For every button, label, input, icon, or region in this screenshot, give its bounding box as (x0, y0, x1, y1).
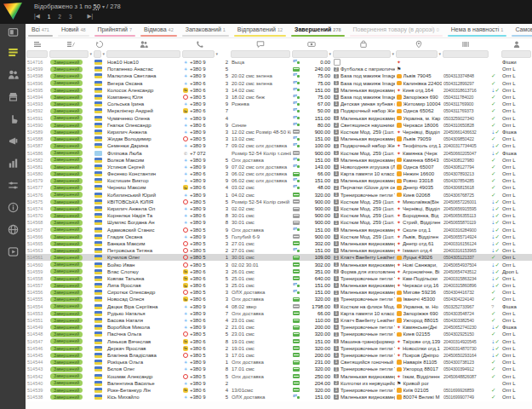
customer-phone[interactable]: +380 5 (181, 353, 219, 358)
customer-name[interactable]: Філіпова Люба (106, 151, 181, 156)
customer-phone[interactable]: ✳+380 9 (181, 101, 219, 107)
delivery-city[interactable]: ✦Днепр отд.61 (395, 241, 442, 246)
order-product[interactable]: 2Светящиеся наушники Glow *10 (332, 123, 395, 128)
delivery-city[interactable]: Наварія 81105 (395, 360, 442, 365)
order-row[interactable]: 514563ЗавершенийПетровська Тетяна+380 52… (26, 247, 532, 254)
filter-caret-icon[interactable]: ▾ (438, 51, 441, 57)
customer-name[interactable]: Благінна Владіслава (106, 353, 181, 358)
customer-phone[interactable]: ✳+380 9 (181, 325, 219, 330)
customer-phone[interactable]: ✳+380 6 (181, 318, 219, 323)
filter-input-city[interactable] (396, 50, 438, 58)
customer-name[interactable]: Кирилич Анжела Ол (106, 206, 181, 211)
delivery-city[interactable]: Камянка 68643 (395, 158, 442, 163)
order-status[interactable]: Завершений (49, 213, 93, 219)
tracking-number[interactable]: 20400315860896 (442, 283, 489, 288)
delivery-city[interactable]: ✦Миколаївка(Бін (395, 199, 442, 204)
tracking-number[interactable]: 20450661436632 (442, 130, 489, 135)
order-comment[interactable]: 06.02 смс олх доставка (230, 178, 291, 183)
tracking-number[interactable]: 20450654937504 (442, 262, 489, 268)
customer-phone[interactable]: lc+380 6 (181, 269, 219, 274)
order-product[interactable]: 1Карта памяти 10 класс - 8Гб *12 (332, 311, 395, 316)
order-row[interactable]: 514555ЗавершенийНовосад Олесяlc+380 63Ол… (26, 296, 532, 302)
customer-phone[interactable]: lc+380 6 (181, 283, 219, 288)
order-product[interactable]: 1Клатч Baellerry Leather *1487* (1 (332, 318, 395, 323)
order-status[interactable]: Завершений (49, 136, 93, 142)
tab-Прийнятий[interactable]: Прийнятий7 (92, 24, 139, 37)
order-row[interactable]: 514596ЗавершенийВегера Оксана✳+380 6320.… (26, 80, 532, 87)
tracking-number[interactable]: 0504312899297 (442, 81, 489, 86)
customer-name[interactable]: Валентина Василье (106, 381, 181, 386)
customer-phone[interactable]: ✳+380 9 (181, 158, 219, 163)
customer-name[interactable]: Нов10 Нов10 (106, 60, 181, 65)
tracking-number[interactable]: 0504309850422 (442, 136, 489, 141)
tab-Відмова[interactable]: Відмова42 (138, 24, 180, 37)
customer-name[interactable]: Кобилинський Юрий (106, 193, 181, 198)
customer-name[interactable]: Линьков Вячеслав (106, 339, 181, 344)
delivery-city[interactable]: ✦Камянка (Черк (395, 151, 442, 156)
order-row[interactable]: 514588ЗавершенийЖидак Володимир+380 5313… (26, 135, 532, 142)
order-comment[interactable]: 06.02 смс олх доставка (230, 171, 291, 176)
order-row[interactable]: 514553ЗавершенийРудько Наталья✳+380 97Ол… (26, 310, 532, 317)
order-product[interactable]: 1Карта памяти 10 класс - 8Гб *12 (332, 171, 395, 176)
delivery-city[interactable]: Житомир 10004 (395, 101, 442, 107)
filter-input-manager[interactable] (501, 50, 531, 58)
order-comment[interactable]: 19.01 смс (230, 339, 291, 344)
tracking-number[interactable]: 20450652740230 (442, 325, 489, 330)
tracking-number[interactable]: 0503259027340 (442, 116, 489, 121)
order-status[interactable]: Завершений (49, 130, 93, 135)
order-comment[interactable]: 19.01 смс (230, 346, 291, 351)
order-row[interactable]: 514594ЗавершенийКомпанец Юля+380 5318.02… (26, 94, 532, 101)
sidebar-item-info[interactable] (0, 198, 26, 220)
order-status[interactable]: Завершений (49, 366, 93, 372)
order-row[interactable]: 514547ЗавершенийЛиньков Вячеславlc+380 6… (26, 338, 532, 345)
filter-input-comment[interactable] (231, 50, 290, 58)
customer-phone[interactable]: lc+380 6 (181, 276, 219, 281)
filter-caret-icon[interactable]: ▾ (392, 51, 394, 57)
column-header-n[interactable] (219, 38, 230, 50)
order-comment[interactable]: 26.01 смс (230, 269, 291, 274)
order-row[interactable]: 514546ЗавершенийДеркач Ярославlc+380 621… (26, 345, 532, 352)
customer-name[interactable]: Мерклінгер Андрей (106, 108, 181, 113)
delivery-city[interactable]: ⚑Кривой рог (395, 381, 442, 386)
order-row[interactable]: 514587ЗавершенийСеменюк Дарина✳+380 9709… (26, 142, 532, 149)
customer-phone[interactable]: ✳+380 9 (181, 366, 219, 372)
order-product[interactable]: 1Подарочный набор Жемчужина (332, 143, 395, 148)
tab-Самовивіз[interactable]: Самовивіз2 (509, 24, 532, 37)
order-row[interactable]: 514543ЗавершенийБєлов Олег✳+380 9817.01 … (26, 366, 532, 372)
order-status[interactable]: Завершений (49, 66, 93, 72)
order-product[interactable]: 2Перчатки iGlove для сенсорных (332, 185, 395, 190)
order-status[interactable]: Завершений (49, 150, 93, 156)
customer-name[interactable]: Кісь Михайло (106, 395, 181, 400)
order-product[interactable]: 1Тренировочные петли TRX Train (332, 331, 395, 337)
delivery-city[interactable]: Луцьк 43026 (395, 255, 442, 260)
column-header-status[interactable] (49, 38, 93, 50)
customer-name[interactable]: Петровська Тетяна (106, 248, 181, 253)
customer-name[interactable]: Бєлов Олег (106, 366, 181, 372)
order-product[interactable]: 1Детская умная зубная щетка на (332, 101, 395, 107)
order-row[interactable]: 514580ЗавершенийФесенко Константин✳+380 … (26, 170, 532, 177)
order-row[interactable]: 514542ЗавершенийКошмак Александр+380 55О… (26, 372, 532, 379)
delivery-city[interactable]: Ужгород 88017 (395, 366, 442, 372)
column-header-phone[interactable] (181, 38, 219, 50)
order-row[interactable]: 514576ЗавершенийКобилинський Юрий✳+380 9… (26, 192, 532, 199)
order-row[interactable]: 514579ЗавершенийКостишин Виктор✳+380 990… (26, 177, 532, 184)
customer-name[interactable]: Влас Слотюу (106, 269, 181, 274)
customer-name[interactable]: Липа Ярослав (106, 283, 181, 288)
order-product[interactable]: 1Костюм Мод. 259 (1шт. х 900.00 (332, 199, 395, 204)
filter-caret-icon[interactable]: ▾ (102, 51, 105, 57)
customer-name[interactable]: Чумаченко Олена (106, 116, 181, 121)
first-page-icon[interactable]: |◀ (34, 13, 40, 20)
sidebar-item-statistics[interactable] (0, 153, 26, 176)
filter-input-id[interactable] (26, 50, 48, 58)
delivery-city[interactable]: ✦Кам-Подільски (395, 276, 442, 281)
order-comment[interactable]: Олх доставка (230, 297, 291, 302)
order-product[interactable]: 1Новогодняя игрушка (Летающи (332, 164, 395, 170)
order-status[interactable]: Завершений (49, 178, 93, 184)
delivery-city[interactable]: ✦Агрономічне, Ві (395, 269, 442, 274)
tracking-number[interactable]: 20400318613716 (442, 88, 489, 93)
order-comment[interactable]: Олх доставка (230, 360, 291, 365)
delivery-city[interactable]: ✦Львів, Відділен (395, 234, 442, 239)
order-comment[interactable]: 20.02 смс зелена (230, 73, 291, 78)
order-status[interactable]: Завершений (49, 157, 93, 163)
order-product[interactable]: 1Маленькая видеокамера SQ8 * (332, 116, 395, 121)
